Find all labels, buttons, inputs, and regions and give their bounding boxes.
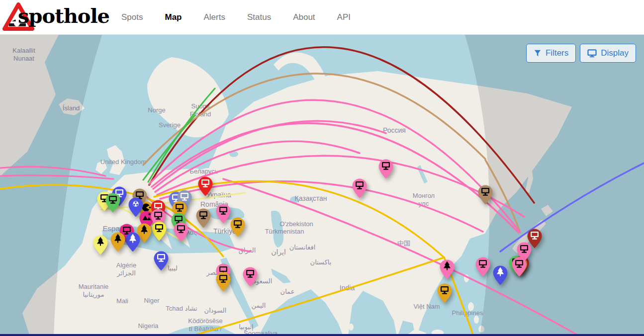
nav-item-about[interactable]: About bbox=[293, 12, 315, 22]
map-marker-tree[interactable] bbox=[440, 259, 455, 279]
main-nav: SpotsMapAlertsStatusAboutAPI bbox=[121, 12, 351, 22]
map-marker-tree[interactable] bbox=[125, 232, 140, 252]
app-header: spothole SpotsMapAlertsStatusAboutAPI bbox=[0, 0, 644, 35]
map-marker-monitor[interactable] bbox=[230, 217, 245, 237]
map-marker-monitor[interactable] bbox=[475, 257, 490, 277]
filter-funnel-icon bbox=[534, 49, 542, 57]
nav-item-map[interactable]: Map bbox=[165, 12, 182, 22]
display-button[interactable]: Display bbox=[580, 44, 636, 63]
map-marker-monitor[interactable] bbox=[378, 159, 393, 179]
map-marker-monitor[interactable] bbox=[512, 257, 527, 277]
map-marker-monitor[interactable] bbox=[216, 272, 231, 292]
logo[interactable]: spothole bbox=[0, 0, 114, 35]
map-marker-monitor[interactable] bbox=[105, 193, 120, 213]
nav-item-spots[interactable]: Spots bbox=[121, 12, 143, 22]
display-button-label: Display bbox=[601, 48, 629, 58]
map-canvas[interactable]: Kalaallit NunaatÍslandNorgeSverigeSuomi … bbox=[0, 35, 644, 336]
map-marker-monitor[interactable] bbox=[154, 251, 169, 271]
map-marker-tree[interactable] bbox=[110, 232, 125, 252]
map-marker-monitor[interactable] bbox=[152, 221, 167, 241]
map-marker-monitor[interactable] bbox=[352, 178, 367, 198]
map-marker-monitor[interactable] bbox=[174, 222, 188, 242]
footer-strip bbox=[0, 334, 644, 336]
filters-button-label: Filters bbox=[546, 48, 568, 58]
nav-item-api[interactable]: API bbox=[337, 12, 351, 22]
nav-item-status[interactable]: Status bbox=[247, 12, 271, 22]
svg-text:☢: ☢ bbox=[132, 199, 139, 209]
filters-button[interactable]: Filters bbox=[526, 44, 576, 63]
nav-item-alerts[interactable]: Alerts bbox=[203, 12, 225, 22]
map-marker-layer: ☢ bbox=[0, 35, 644, 336]
map-marker-monitor[interactable] bbox=[216, 204, 231, 224]
map-marker-tree[interactable] bbox=[93, 235, 108, 255]
map-marker-monitor[interactable] bbox=[196, 208, 211, 228]
display-monitor-icon bbox=[587, 49, 597, 58]
map-marker-monitor[interactable] bbox=[243, 267, 258, 287]
map-marker-monitor[interactable] bbox=[437, 283, 452, 303]
map-marker-tree[interactable] bbox=[493, 265, 508, 285]
app-title: spothole bbox=[18, 4, 109, 27]
map-marker-monitor[interactable] bbox=[478, 185, 493, 205]
map-marker-monitor[interactable] bbox=[198, 176, 213, 196]
map-toolbar: Filters Display bbox=[526, 44, 636, 63]
